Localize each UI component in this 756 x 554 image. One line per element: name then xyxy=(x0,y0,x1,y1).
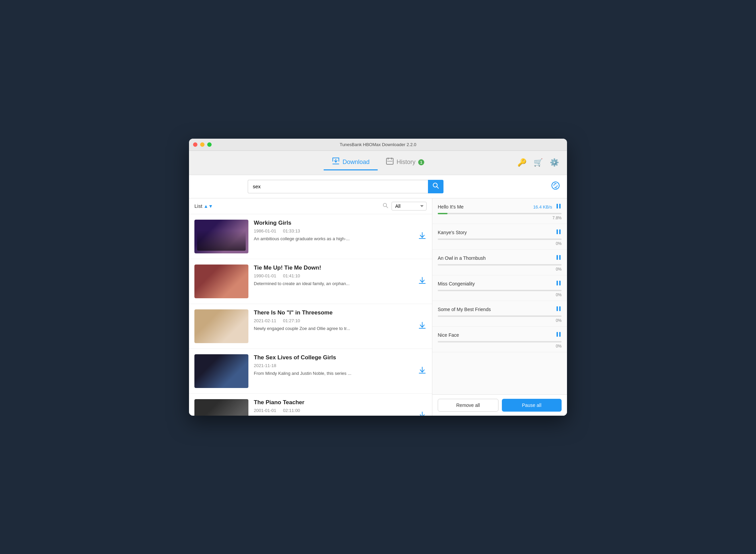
list-item: Tie Me Up! Tie Me Down! 1990-01-01 01:41… xyxy=(189,259,432,304)
svg-rect-2 xyxy=(339,158,339,162)
result-meta: 2001-01-01 02:11:00 xyxy=(254,408,412,413)
svg-rect-18 xyxy=(557,255,558,260)
thumb-image xyxy=(194,309,248,343)
result-desc: Determined to create an ideal family, an… xyxy=(254,281,412,286)
thumb-image xyxy=(194,354,248,388)
queue-item-speed: 16.4 KB/s xyxy=(533,204,552,210)
svg-rect-25 xyxy=(559,332,561,337)
settings-button[interactable]: ⚙️ xyxy=(548,157,560,169)
filter-select[interactable]: All Movies TV Shows xyxy=(392,202,427,211)
queue-pause-button[interactable] xyxy=(556,306,562,313)
queue-percent: 0% xyxy=(438,241,562,246)
result-info: The Sex Lives of College Girls 2021-11-1… xyxy=(254,354,412,376)
svg-rect-21 xyxy=(559,281,561,285)
result-title: Tie Me Up! Tie Me Down! xyxy=(254,265,412,271)
tab-history[interactable]: History 1 xyxy=(378,155,432,170)
svg-point-11 xyxy=(552,182,559,189)
svg-rect-20 xyxy=(557,281,558,285)
queue-pause-button[interactable] xyxy=(556,203,562,211)
sort-icon[interactable]: ▲▼ xyxy=(204,203,213,209)
result-meta: 2021-11-18 xyxy=(254,363,412,368)
queue-progress-bar xyxy=(438,264,562,266)
result-duration: 01:41:10 xyxy=(283,273,300,278)
minimize-button[interactable] xyxy=(200,142,205,147)
thumbnail xyxy=(194,220,248,253)
searchbar xyxy=(189,175,567,198)
download-button[interactable] xyxy=(418,321,427,332)
list-search-icon[interactable] xyxy=(383,203,388,210)
queue-pause-button[interactable] xyxy=(556,331,562,339)
result-duration: 01:27:10 xyxy=(283,318,300,323)
search-button[interactable] xyxy=(428,180,443,193)
list-label: List ▲▼ xyxy=(194,203,213,209)
close-button[interactable] xyxy=(193,142,197,147)
thumb-image xyxy=(194,220,248,253)
list-item: Working Girls 1986-01-01 01:33:13 An amb… xyxy=(189,214,432,259)
queue-progress-bar xyxy=(438,341,562,342)
queue-pause-button[interactable] xyxy=(556,254,562,262)
tab-download[interactable]: Download xyxy=(324,155,378,170)
svg-rect-4 xyxy=(332,164,339,164)
list-toolbar: List ▲▼ All Movies TV Shows xyxy=(189,198,432,214)
queue-pause-button[interactable] xyxy=(556,229,562,237)
queue-item-title: Kanye's Story xyxy=(438,230,556,235)
navbar: Download History 1 🔑 🛒 ⚙️ xyxy=(189,151,567,175)
queue-item: Hello It's Me 16.4 KB/s 7.8% xyxy=(432,198,567,224)
svg-rect-24 xyxy=(557,332,558,337)
queue-item-title: An Owl in a Thornbush xyxy=(438,255,556,261)
list-toolbar-right: All Movies TV Shows xyxy=(383,202,427,211)
queue-percent: 7.8% xyxy=(438,216,562,220)
result-title: There Is No "I" in Threesome xyxy=(254,309,412,316)
thumb-image xyxy=(194,265,248,298)
result-title: The Sex Lives of College Girls xyxy=(254,354,412,361)
result-date: 1990-01-01 xyxy=(254,273,276,278)
download-button[interactable] xyxy=(418,276,427,287)
queue-item-header: Miss Congeniality xyxy=(438,280,562,288)
download-button[interactable] xyxy=(418,411,427,416)
key-button[interactable]: 🔑 xyxy=(516,157,528,169)
search-input[interactable] xyxy=(248,180,428,193)
svg-rect-14 xyxy=(557,204,558,209)
thumbnail xyxy=(194,309,248,343)
result-desc: From Mindy Kaling and Justin Noble, this… xyxy=(254,371,412,376)
queue-percent: 0% xyxy=(438,267,562,272)
result-info: The Piano Teacher 2001-01-01 02:11:00 xyxy=(254,399,412,416)
search-icon xyxy=(433,183,439,190)
svg-rect-7 xyxy=(391,158,392,160)
nav-tabs: Download History 1 xyxy=(324,155,432,170)
queue-item-title: Nice Face xyxy=(438,332,556,338)
queue-pause-button[interactable] xyxy=(556,280,562,288)
queue-item-header: Nice Face xyxy=(438,331,562,339)
queue-item: Kanye's Story 0% xyxy=(432,224,567,250)
maximize-button[interactable] xyxy=(207,142,212,147)
result-info: Tie Me Up! Tie Me Down! 1990-01-01 01:41… xyxy=(254,265,412,286)
download-button[interactable] xyxy=(418,366,427,377)
titlebar: TunesBank HBOMax Downloader 2.2.0 xyxy=(189,139,567,151)
queue-percent: 0% xyxy=(438,293,562,297)
result-duration: 02:11:00 xyxy=(283,408,300,413)
history-tab-icon xyxy=(386,158,394,167)
traffic-lights xyxy=(193,142,212,147)
app-window: TunesBank HBOMax Downloader 2.2.0 Downlo… xyxy=(189,139,567,416)
queue-item-header: Some of My Best Friends xyxy=(438,306,562,313)
download-tab-label: Download xyxy=(343,159,370,166)
queue-footer: Remove all Pause all xyxy=(432,394,567,416)
thumbnail xyxy=(194,354,248,388)
download-button[interactable] xyxy=(418,231,427,242)
queue-item-header: Kanye's Story xyxy=(438,229,562,237)
result-desc: Newly engaged couple Zoe and Ollie agree… xyxy=(254,326,412,331)
cart-button[interactable]: 🛒 xyxy=(532,157,544,169)
result-title: Working Girls xyxy=(254,220,412,226)
refresh-button[interactable] xyxy=(551,181,560,192)
result-desc: An ambitious college graduate works as a… xyxy=(254,236,412,241)
queue-progress-bar xyxy=(438,290,562,291)
remove-all-button[interactable]: Remove all xyxy=(438,399,498,412)
search-form xyxy=(248,180,443,193)
queue-item-header: Hello It's Me 16.4 KB/s xyxy=(438,203,562,211)
svg-rect-22 xyxy=(557,306,558,311)
svg-rect-16 xyxy=(557,229,558,234)
result-duration: 01:33:13 xyxy=(283,228,300,233)
main-content: List ▲▼ All Movies TV Shows xyxy=(189,198,567,416)
pause-all-button[interactable]: Pause all xyxy=(502,399,562,412)
thumbnail xyxy=(194,265,248,298)
